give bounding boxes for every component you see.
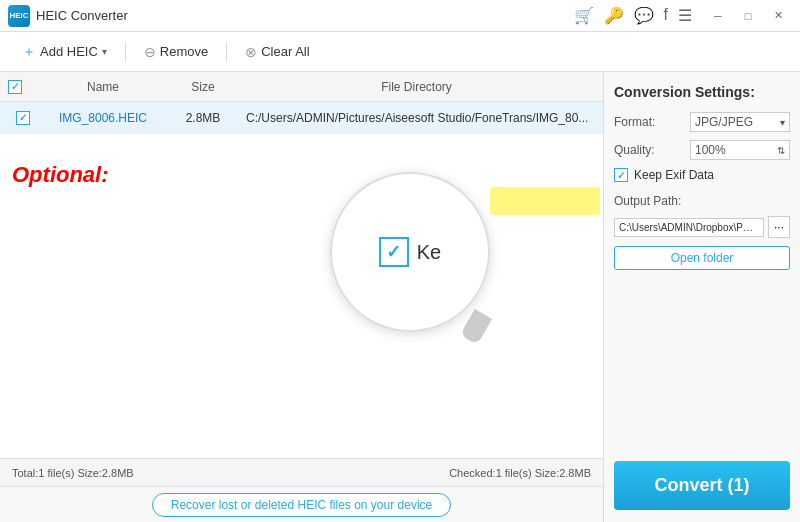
keep-exif-row[interactable]: Keep Exif Data xyxy=(614,168,790,182)
cart-icon[interactable]: 🛒 xyxy=(574,6,594,25)
output-path-label: Output Path: xyxy=(614,194,790,208)
main-content: Name Size File Directory IMG_8006.HEIC 2… xyxy=(0,72,800,522)
col-name-header: Name xyxy=(38,80,168,94)
magnifier-checkbox xyxy=(379,237,409,267)
col-size-header: Size xyxy=(168,80,238,94)
status-right: Checked:1 file(s) Size:2.8MB xyxy=(449,467,591,479)
file-path: C:/Users/ADMIN/Pictures/Aiseesoft Studio… xyxy=(238,111,595,125)
output-path-value: C:\Users\ADMIN\Dropbox\PC\... xyxy=(614,218,764,237)
clear-label: Clear All xyxy=(261,44,309,59)
minimize-button[interactable]: ─ xyxy=(704,6,732,26)
format-arrow-icon: ▾ xyxy=(780,117,785,128)
app-title: HEIC Converter xyxy=(36,8,574,23)
titlebar: HEIC HEIC Converter 🛒 🔑 💬 f ☰ ─ □ ✕ xyxy=(0,0,800,32)
quality-row: Quality: 100% ⇅ xyxy=(614,140,790,160)
browse-button[interactable]: ··· xyxy=(768,216,790,238)
window-controls: ─ □ ✕ xyxy=(704,6,792,26)
keep-exif-checkbox[interactable] xyxy=(614,168,628,182)
quality-arrow-icon: ⇅ xyxy=(777,145,785,156)
convert-button[interactable]: Convert (1) xyxy=(614,461,790,510)
select-all-checkbox[interactable] xyxy=(8,80,22,94)
recover-button[interactable]: Recover lost or deleted HEIC files on yo… xyxy=(152,493,451,517)
toolbar-divider xyxy=(125,42,126,62)
open-folder-button[interactable]: Open folder xyxy=(614,246,790,270)
add-label: Add HEIC xyxy=(40,44,98,59)
bottom-bar: Recover lost or deleted HEIC files on yo… xyxy=(0,486,603,522)
panel-title: Conversion Settings: xyxy=(614,84,790,100)
status-left: Total:1 file(s) Size:2.8MB xyxy=(12,467,449,479)
output-path-row: C:\Users\ADMIN\Dropbox\PC\... ··· xyxy=(614,216,790,238)
yellow-highlight xyxy=(490,187,600,215)
dropdown-arrow-icon: ▾ xyxy=(102,46,107,57)
table-header: Name Size File Directory xyxy=(0,72,603,102)
remove-button[interactable]: ⊖ Remove xyxy=(134,40,218,64)
facebook-icon[interactable]: f xyxy=(664,6,668,25)
file-name: IMG_8006.HEIC xyxy=(38,111,168,125)
clear-icon: ⊗ xyxy=(245,44,257,60)
close-button[interactable]: ✕ xyxy=(764,6,792,26)
magnifier-content: Ke xyxy=(379,237,441,267)
table-row[interactable]: IMG_8006.HEIC 2.8MB C:/Users/ADMIN/Pictu… xyxy=(0,102,603,134)
col-dir-header: File Directory xyxy=(238,80,595,94)
header-check-col xyxy=(8,80,38,94)
file-size: 2.8MB xyxy=(168,111,238,125)
toolbar-divider2 xyxy=(226,42,227,62)
add-icon: ＋ xyxy=(22,43,36,61)
format-select[interactable]: JPG/JPEG ▾ xyxy=(690,112,790,132)
key-icon[interactable]: 🔑 xyxy=(604,6,624,25)
titlebar-nav: 🛒 🔑 💬 f ☰ xyxy=(574,6,692,25)
chat-icon[interactable]: 💬 xyxy=(634,6,654,25)
add-heic-button[interactable]: ＋ Add HEIC ▾ xyxy=(12,39,117,65)
app-logo: HEIC xyxy=(8,5,30,27)
maximize-button[interactable]: □ xyxy=(734,6,762,26)
row-checkbox[interactable] xyxy=(16,111,30,125)
remove-icon: ⊖ xyxy=(144,44,156,60)
menu-icon[interactable]: ☰ xyxy=(678,6,692,25)
logo-text: HEIC xyxy=(9,11,28,20)
quality-value: 100% xyxy=(695,143,726,157)
keep-exif-label: Keep Exif Data xyxy=(634,168,714,182)
format-value: JPG/JPEG xyxy=(695,115,753,129)
toolbar: ＋ Add HEIC ▾ ⊖ Remove ⊗ Clear All xyxy=(0,32,800,72)
quality-select[interactable]: 100% ⇅ xyxy=(690,140,790,160)
format-label: Format: xyxy=(614,115,655,129)
magnifier-circle: Ke xyxy=(330,172,490,332)
optional-label: Optional: xyxy=(12,162,109,188)
file-area: Name Size File Directory IMG_8006.HEIC 2… xyxy=(0,72,604,522)
remove-label: Remove xyxy=(160,44,208,59)
right-panel: Conversion Settings: Format: JPG/JPEG ▾ … xyxy=(604,72,800,522)
format-row: Format: JPG/JPEG ▾ xyxy=(614,112,790,132)
clear-all-button[interactable]: ⊗ Clear All xyxy=(235,40,319,64)
quality-label: Quality: xyxy=(614,143,655,157)
magnifier-text: Ke xyxy=(417,241,441,264)
status-bar: Total:1 file(s) Size:2.8MB Checked:1 fil… xyxy=(0,458,603,486)
row-checkbox-cell xyxy=(8,111,38,125)
